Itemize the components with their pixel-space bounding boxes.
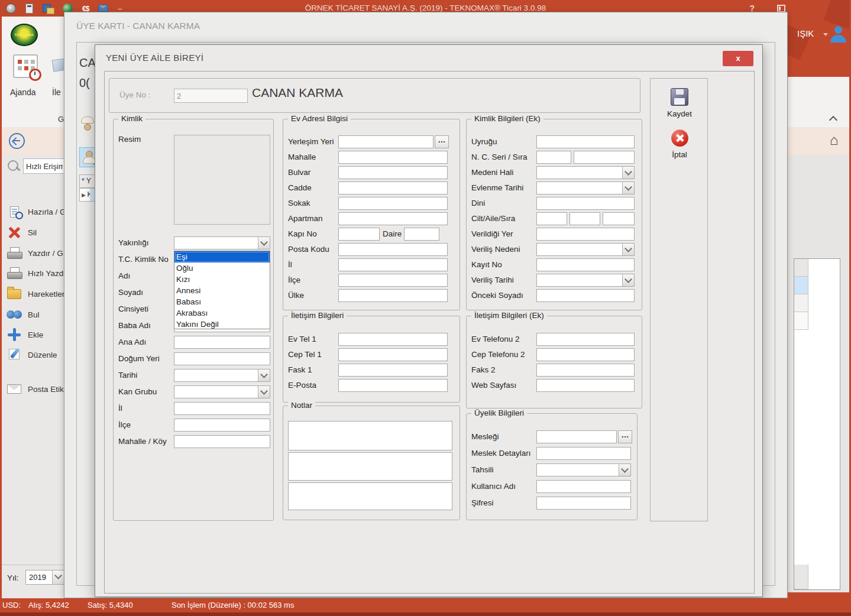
save-button[interactable]: Kaydet: [651, 88, 708, 119]
evlenme-tarihi-combobox[interactable]: [536, 181, 635, 194]
dogum-tarihi-combobox[interactable]: [174, 369, 270, 382]
chevron-down-icon[interactable]: [258, 369, 270, 381]
dropdown-option-akrabasi[interactable]: Akrabası: [174, 307, 270, 319]
ribbon-button-ajanda[interactable]: Ajanda: [10, 87, 36, 97]
sifresi-input[interactable]: [536, 497, 631, 510]
dogum-yeri-input[interactable]: [174, 352, 270, 365]
dropdown-option-annesi[interactable]: Annesi: [174, 285, 270, 296]
dropdown-option-yakini-degil[interactable]: Yakını Değil: [174, 319, 270, 330]
mahalle-input[interactable]: [338, 151, 448, 164]
web-sayfasi-input[interactable]: [536, 379, 635, 392]
tahsili-combobox[interactable]: [536, 463, 631, 476]
posta-kodu-input[interactable]: [338, 243, 448, 256]
chevron-down-icon[interactable]: [619, 464, 630, 476]
ulke-input[interactable]: [338, 289, 448, 302]
meslek-detaylari-input[interactable]: [536, 447, 631, 460]
sokak-input[interactable]: [338, 197, 448, 210]
faks-2-input[interactable]: [536, 364, 635, 377]
dini-input[interactable]: [536, 197, 635, 210]
sidebar-item-yazdir[interactable]: Yazdır / G: [7, 245, 64, 261]
user-name[interactable]: IŞIK: [797, 28, 814, 38]
uyrugu-input[interactable]: [536, 135, 635, 148]
bulvar-input[interactable]: [338, 166, 448, 179]
dropdown-option-kizi[interactable]: Kızı: [174, 274, 270, 285]
nc-seri-input[interactable]: [536, 151, 571, 164]
chevron-down-icon[interactable]: [52, 570, 64, 584]
sidebar-item-bul[interactable]: Bul: [7, 307, 64, 322]
chevron-down-icon[interactable]: [622, 182, 634, 194]
meslegi-input[interactable]: [536, 430, 617, 443]
verildigi-yer-input[interactable]: [536, 228, 635, 241]
verilis-nedeni-combobox[interactable]: [536, 243, 635, 256]
search-input[interactable]: [23, 158, 64, 174]
note-textarea-2[interactable]: [288, 452, 452, 481]
apartman-input[interactable]: [338, 212, 448, 225]
dialog-actions-panel: Kaydet İptal: [650, 78, 708, 521]
new-family-member-dialog: YENİ ÜYE AİLE BİREYİ x Üye No : CANAN KA…: [95, 44, 763, 597]
yerlesim-yeri-input[interactable]: [338, 135, 433, 148]
ev-ilce-input[interactable]: [338, 274, 448, 287]
ribbon-button-ile-fragment[interactable]: İle: [52, 87, 61, 97]
sidebar-item-hizli-yazdir[interactable]: Hızlı Yazdı: [7, 265, 64, 281]
back-button[interactable]: [9, 133, 25, 149]
verilis-tarihi-combobox[interactable]: [536, 274, 635, 287]
ev-il-input[interactable]: [338, 258, 448, 271]
ellipsis-button[interactable]: [618, 430, 632, 443]
user-avatar-icon[interactable]: [829, 26, 847, 43]
chevron-down-icon[interactable]: [622, 244, 634, 255]
il-input[interactable]: [174, 402, 270, 415]
sidebar-item-sil[interactable]: Sil: [7, 225, 64, 240]
ev-tel-1-input[interactable]: [338, 333, 448, 346]
kan-grubu-combobox[interactable]: [174, 385, 270, 398]
panel-icon[interactable]: [777, 5, 785, 12]
sidebar-item-hareketler[interactable]: Hareketler: [7, 286, 64, 301]
ev-telefonu-2-input[interactable]: [536, 333, 635, 346]
dropdown-option-esi[interactable]: Eşi: [174, 251, 270, 262]
field-label-soyadi: Soyadı: [118, 288, 143, 297]
collapse-ribbon-icon[interactable]: [829, 116, 837, 124]
medeni-hali-combobox[interactable]: [536, 166, 635, 179]
sira-input[interactable]: [603, 212, 635, 225]
uye-no-input[interactable]: [174, 89, 248, 103]
ellipsis-button[interactable]: [435, 135, 449, 148]
chevron-down-icon[interactable]: [258, 386, 270, 398]
chevron-down-icon[interactable]: [823, 33, 828, 36]
chevron-down-icon[interactable]: [622, 167, 634, 179]
mahalle-koy-input[interactable]: [174, 435, 270, 448]
cadde-input[interactable]: [338, 181, 448, 194]
kapi-no-input[interactable]: [338, 228, 380, 241]
sidebar-item-duzenle[interactable]: Düzenle: [7, 347, 64, 362]
onceki-soyadi-input[interactable]: [536, 289, 635, 302]
app-title: ÖRNEK TİCARET SANAYİ A.Ş. (2019) - TEKNO…: [0, 4, 851, 12]
dropdown-option-babasi[interactable]: Babası: [174, 296, 270, 307]
kullanici-adi-input[interactable]: [536, 480, 631, 493]
dialog-close-button[interactable]: x: [723, 51, 753, 66]
nc-sira-input[interactable]: [574, 151, 635, 164]
dropdown-option-oglu[interactable]: Oğlu: [174, 262, 270, 274]
cilt-input[interactable]: [536, 212, 567, 225]
year-select[interactable]: 2019: [25, 570, 64, 585]
kayit-no-input[interactable]: [536, 258, 635, 271]
aile-input[interactable]: [570, 212, 600, 225]
sidebar-item-posta-etiketi[interactable]: Posta Etik: [7, 381, 64, 397]
calendar-clock-icon[interactable]: [13, 54, 38, 78]
fask-1-input[interactable]: [338, 364, 448, 377]
cancel-button[interactable]: İptal: [651, 129, 708, 160]
home-icon[interactable]: ⌂: [830, 133, 839, 147]
chevron-down-icon[interactable]: [258, 237, 270, 249]
chevron-down-icon[interactable]: [622, 274, 634, 286]
ilce-input[interactable]: [174, 419, 270, 432]
photo-box[interactable]: [174, 135, 270, 225]
sidebar-item-ekle[interactable]: Ekle: [7, 327, 64, 342]
sidebar-item-hazirla[interactable]: Hazırla / G: [7, 204, 64, 219]
note-textarea-1[interactable]: [288, 421, 452, 450]
cep-telefonu-2-input[interactable]: [536, 348, 635, 361]
e-posta-input[interactable]: [338, 379, 448, 392]
kimlik-ek-group: Kimlik Bilgileri (Ek) Uyruğu N. C. Seri …: [466, 119, 642, 310]
yakinligi-combobox[interactable]: [174, 236, 270, 249]
note-textarea-3[interactable]: [288, 482, 452, 510]
cep-tel-1-input[interactable]: [338, 348, 448, 361]
daire-no-input[interactable]: [404, 228, 439, 241]
grid-row-fragment[interactable]: K: [79, 188, 95, 202]
ana-adi-input[interactable]: [174, 336, 270, 349]
